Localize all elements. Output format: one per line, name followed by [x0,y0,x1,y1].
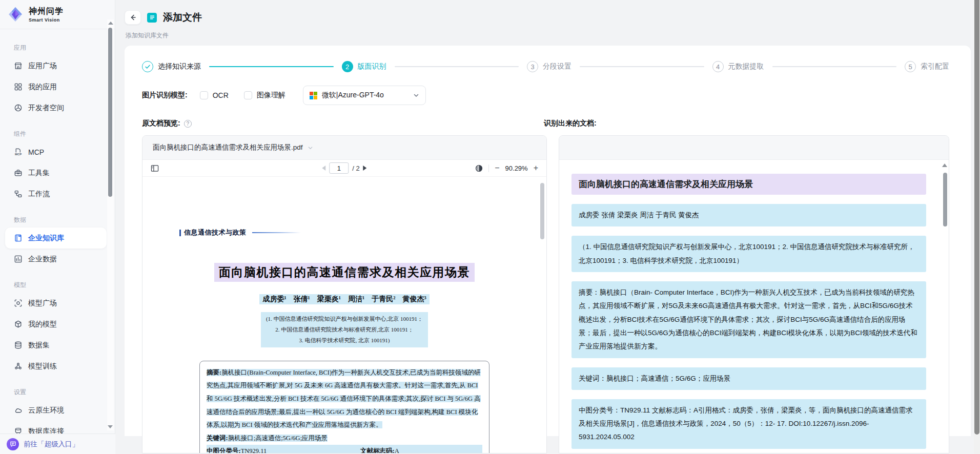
toolbar-separator [488,164,489,172]
step-connector [580,66,704,67]
sidebar-scrollbar[interactable] [107,19,114,430]
sidebar-item-label: MCP [28,148,44,156]
step-number: 2 [342,61,353,72]
page-subtitle: 添加知识库文件 [126,31,980,40]
sidebar-item-label: 数据集 [28,341,50,350]
page-scrollbar-thumb[interactable] [974,0,979,435]
result-panel-header [559,136,949,160]
section-label-models: 模型 [0,278,115,293]
previous-page-button[interactable] [322,166,325,171]
workflow-icon [14,190,23,198]
recognized-meta-block: 中图分类号：TN929.11 文献标志码：A引用格式：成房委，张倩，梁栗炎，等，… [571,399,926,449]
recognized-title-block: 面向脑机接口的高速通信需求及相关应用场景 [571,174,926,195]
step-connector [395,66,519,67]
sidebar-item-knowledge-base[interactable]: 企业知识库 [5,228,107,249]
pdf-page: 信息通信技术与政策 面向脑机接口的高速通信需求及相关应用场景 成房委¹ 张倩¹ … [142,177,546,453]
cloud-icon [14,406,23,415]
preview-label: 原文档预览: [142,119,180,128]
zoom-in-button[interactable]: + [534,164,538,172]
pdf-scrollbar-thumb[interactable] [540,183,544,239]
sidebar-item-label: 我的应用 [28,82,57,92]
contrast-toggle-icon[interactable] [475,164,483,172]
sidebar-item-datasets[interactable]: 数据集 [5,335,107,356]
image-understanding-checkbox-group[interactable]: 图像理解 [244,91,285,100]
file-bar[interactable]: 面向脑机接口的高速通信需求及相关应用场景.pdf [142,136,546,160]
zoom-out-button[interactable]: − [495,164,499,172]
step-5-index-config[interactable]: 5 索引配置 [905,61,949,72]
zoom-level: 90.29% [505,164,528,172]
step-3-segmentation[interactable]: 3 分段设置 [527,61,571,72]
affiliation-line: 2. 中国信息通信研究院技术与标准研究所,北京 100191； [266,324,423,335]
step-2-layout-recognition[interactable]: 2 版面识别 [342,61,386,72]
step-label: 元数据提取 [728,62,764,71]
notebook-icon [14,234,23,242]
recognized-keywords-block: 关键词：脑机接口；高速通信；5G/6G；应用场景 [571,367,926,390]
scroll-down-arrow-icon[interactable] [108,425,113,428]
sidebar-item-app-market[interactable]: 应用广场 [5,55,107,76]
sphere-icon [14,104,23,112]
sidebar-toggle-icon[interactable] [151,164,159,172]
microsoft-logo-icon [310,92,317,99]
sidebar-scrollbar-thumb[interactable] [108,28,112,197]
cube-icon [14,320,23,328]
step-label: 分段设置 [543,62,571,71]
panel-labels-row: 原文档预览: ? 识别出来的文档: [142,119,949,129]
pdf-toolbar: / 2 − 90.29% + [142,160,546,177]
model-select-dropdown[interactable]: 微软|Azure-GPT-4o [303,86,426,105]
next-page-button[interactable] [363,166,367,171]
image-understanding-checkbox[interactable] [244,91,252,99]
page-number-input[interactable] [329,162,349,174]
sidebar-item-model-market[interactable]: 模型广场 [5,293,107,314]
back-button[interactable] [125,10,141,25]
scroll-up-arrow-icon[interactable] [942,163,947,167]
sidebar-footer-super-entry[interactable]: 前往「超级入口」 [0,434,115,454]
recognized-abstract-block: 摘要：脑机接口（Brain- Computer Interface，BCI)作为… [571,281,926,358]
step-label: 选择知识来源 [158,62,201,71]
svg-text:MCP: MCP [15,153,22,156]
main-area: 添加文件 添加知识库文件 选择知识来源 2 版面识别 3 [115,0,980,454]
cube-brackets-icon [14,299,23,307]
sidebar-item-label: 开发者空间 [28,104,64,113]
sidebar-item-toolset[interactable]: 工具集 [5,162,107,183]
ocr-checkbox-group[interactable]: OCR [200,91,229,99]
brand-name: 神州问学 [29,6,64,17]
sidebar-item-label: 企业数据 [28,255,57,264]
sidebar-item-developer-space[interactable]: 开发者空间 [5,97,107,118]
sidebar: 神州问学 Smart Vision 应用 应用广场 我的应用 开发者空间 [0,0,115,454]
sidebar-item-enterprise-data[interactable]: 企业数据 [5,249,107,270]
section-label-components: 组件 [0,127,115,141]
sidebar-menu: 应用 应用广场 我的应用 开发者空间 组件 MCP MCP [0,29,115,442]
back-arrow-icon [129,13,137,22]
step-label: 版面识别 [358,62,386,71]
sidebar-item-model-training[interactable]: 模型训练 [5,356,107,377]
toolbox-icon [14,169,23,177]
step-number: 4 [712,61,724,72]
affiliation-line: (1. 中国信息通信研究院知识产权与创新发展中心,北京 100191； [266,314,423,324]
sidebar-item-cloud-native[interactable]: 云原生环境 [5,400,107,421]
result-panel-body: 面向脑机接口的高速通信需求及相关应用场景 成房委 张倩 梁栗炎 周洁 于青民 黄… [559,160,949,453]
step-4-metadata-extraction[interactable]: 4 元数据提取 [712,61,764,72]
ocr-checkbox[interactable] [200,91,208,99]
recognized-doc-panel: 面向脑机接口的高速通信需求及相关应用场景 成房委 张倩 梁栗炎 周洁 于青民 黄… [559,135,949,453]
scroll-up-arrow-icon[interactable] [108,22,113,25]
step-1-select-source[interactable]: 选择知识来源 [142,61,201,72]
sidebar-item-label: 模型广场 [28,299,57,308]
help-icon[interactable]: ? [184,120,192,128]
sidebar-item-my-apps[interactable]: 我的应用 [5,76,107,97]
sidebar-item-workflow[interactable]: 工作流 [5,183,107,204]
step-number: 3 [527,61,538,72]
step-connector [772,66,897,67]
wizard-card: 选择知识来源 2 版面识别 3 分段设置 4 元数据提取 [125,46,971,436]
app-root: 神州问学 Smart Vision 应用 应用广场 我的应用 开发者空间 [0,0,980,454]
paper-title: 面向脑机接口的高速通信需求及相关应用场景 [214,263,475,282]
sidebar-item-mcp[interactable]: MCP MCP [5,141,107,162]
keywords-line: 关键词:脑机接口;高速通信;5G/6G;应用场景 [207,432,482,445]
result-label: 识别出来的文档: [544,119,597,128]
paper-abstract-box: 摘要:脑机接口(Brain-Computer Interface, BCI)作为… [199,361,489,453]
page-scrollbar[interactable] [974,0,980,454]
mcp-doc-icon: MCP [14,148,23,156]
abstract-paragraph: 摘要:脑机接口(Brain-Computer Interface, BCI)作为… [207,366,482,432]
paper-authors: 成房委¹ 张倩¹ 梁栗炎¹ 周洁¹ 于青民² 黄俊杰³ [259,294,429,304]
result-scrollbar-thumb[interactable] [943,173,947,226]
sidebar-item-my-models[interactable]: 我的模型 [5,314,107,335]
